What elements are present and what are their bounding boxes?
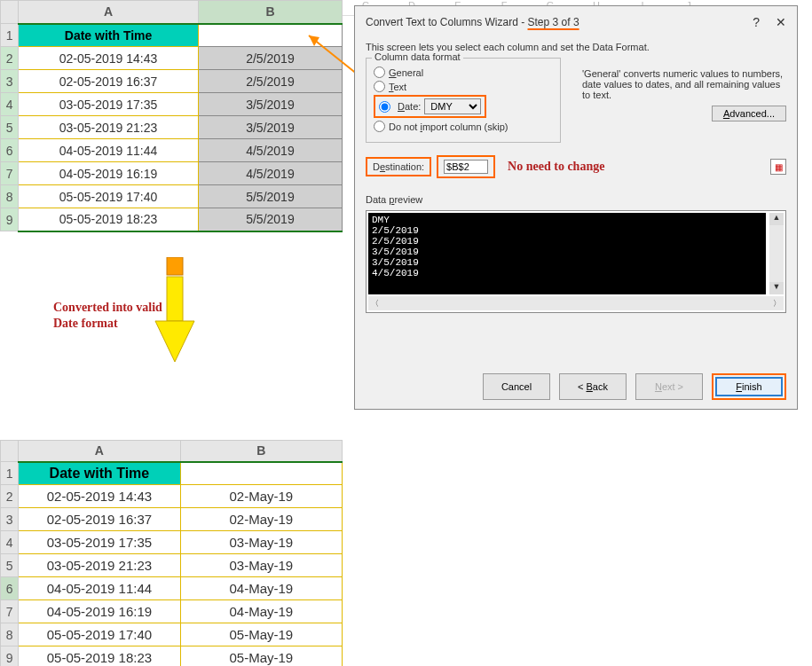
row-header[interactable]: 2 <box>1 47 19 70</box>
destination-label: Destination: <box>366 157 431 176</box>
row-header[interactable]: 6 <box>1 139 19 162</box>
row-header[interactable]: 8 <box>1 185 19 208</box>
cell[interactable]: 03-05-2019 17:35 <box>19 93 199 116</box>
preview-label: Data preview <box>366 194 786 205</box>
row-header[interactable]: 7 <box>1 162 19 185</box>
label-text[interactable]: Text <box>389 82 406 92</box>
column-data-format-group: Column data format General Text Date: DM… <box>366 58 561 143</box>
back-button[interactable]: < Back <box>559 373 627 400</box>
cell[interactable]: 5/5/2019 <box>198 208 342 231</box>
cell[interactable]: 05-05-2019 18:23 <box>19 208 199 231</box>
row-header[interactable]: 3 <box>1 508 19 531</box>
svg-rect-2 <box>167 257 183 275</box>
cell[interactable]: 03-May-19 <box>180 531 342 554</box>
cell[interactable]: 3/5/2019 <box>198 93 342 116</box>
general-description: 'General' converts numeric values to num… <box>582 68 786 121</box>
preview-row: 4/5/2019 <box>372 268 762 278</box>
vertical-scrollbar[interactable]: ▲▼ <box>769 213 784 294</box>
cell-a1-header[interactable]: Date with Time <box>19 462 180 485</box>
row-header[interactable]: 6 <box>1 577 19 600</box>
horizontal-scrollbar[interactable]: 〈〉 <box>368 296 784 310</box>
preview-column-header: DMY <box>372 215 390 225</box>
select-all-corner[interactable] <box>1 1 19 24</box>
destination-input[interactable] <box>444 160 488 174</box>
cell[interactable]: 02-05-2019 14:43 <box>19 485 180 508</box>
cell[interactable]: 03-May-19 <box>180 554 342 577</box>
worksheet-bottom[interactable]: A B 1 Date with Time 202-05-2019 14:4302… <box>0 440 343 666</box>
label-skip[interactable]: Do not import column (skip) <box>389 121 508 132</box>
cancel-button[interactable]: Cancel <box>483 373 550 400</box>
cell[interactable]: 04-05-2019 16:19 <box>19 162 199 185</box>
date-format-select[interactable]: DMY <box>424 98 481 114</box>
cell[interactable]: 05-05-2019 17:40 <box>19 623 180 646</box>
radio-text[interactable] <box>374 81 385 92</box>
cell[interactable]: 2/5/2019 <box>198 70 342 93</box>
row-header[interactable]: 1 <box>1 462 19 485</box>
row-header[interactable]: 5 <box>1 554 19 577</box>
preview-row: 3/5/2019 <box>372 257 762 268</box>
cell-b1[interactable] <box>180 462 342 485</box>
cell[interactable]: 02-May-19 <box>180 508 342 531</box>
annotation-text: Converted into valid Date format <box>53 300 162 332</box>
label-date[interactable]: Date: <box>398 101 421 112</box>
cell[interactable]: 4/5/2019 <box>198 139 342 162</box>
next-button: Next > <box>635 373 703 400</box>
cell[interactable]: 4/5/2019 <box>198 162 342 185</box>
row-header[interactable]: 9 <box>1 646 19 667</box>
cell[interactable]: 05-May-19 <box>180 623 342 646</box>
cell[interactable]: 02-05-2019 14:43 <box>19 47 199 70</box>
row-header[interactable]: 8 <box>1 623 19 646</box>
cell[interactable]: 05-May-19 <box>180 646 342 667</box>
preview-row: 2/5/2019 <box>372 236 762 247</box>
worksheet-top[interactable]: A B 1 Date with Time 202-05-2019 14:432/… <box>0 0 343 232</box>
cell[interactable]: 2/5/2019 <box>198 47 342 70</box>
row-header[interactable]: 4 <box>1 531 19 554</box>
svg-rect-3 <box>167 277 183 321</box>
cell[interactable]: 04-05-2019 11:44 <box>19 139 199 162</box>
cell[interactable]: 04-05-2019 16:19 <box>19 600 180 623</box>
cell[interactable]: 04-May-19 <box>180 577 342 600</box>
cell[interactable]: 02-05-2019 16:37 <box>19 508 180 531</box>
range-picker-icon[interactable]: ▦ <box>770 159 786 175</box>
col-header-b[interactable]: B <box>198 1 342 24</box>
radio-general[interactable] <box>374 67 385 78</box>
select-all-corner[interactable] <box>1 441 19 462</box>
close-icon[interactable]: ✕ <box>776 15 786 29</box>
fieldset-legend: Column data format <box>372 51 463 62</box>
destination-note: No need to change <box>508 160 604 174</box>
row-header[interactable]: 1 <box>1 24 19 47</box>
cell[interactable]: 03-05-2019 21:23 <box>19 116 199 139</box>
row-header[interactable]: 9 <box>1 208 19 231</box>
radio-skip[interactable] <box>374 121 385 132</box>
cell[interactable]: 02-May-19 <box>180 485 342 508</box>
col-header-a[interactable]: A <box>19 441 180 462</box>
preview-row: 3/5/2019 <box>372 247 762 257</box>
cell[interactable]: 04-05-2019 11:44 <box>19 577 180 600</box>
col-header-a[interactable]: A <box>19 1 199 24</box>
label-general[interactable]: General <box>389 67 423 78</box>
cell-b1[interactable] <box>198 24 342 47</box>
row-header[interactable]: 5 <box>1 116 19 139</box>
cell[interactable]: 05-05-2019 18:23 <box>19 646 180 667</box>
cell[interactable]: 05-05-2019 17:40 <box>19 185 199 208</box>
data-preview: DMY 2/5/2019 2/5/2019 3/5/2019 3/5/2019 … <box>366 210 786 313</box>
cell[interactable]: 03-05-2019 21:23 <box>19 554 180 577</box>
cell[interactable]: 04-May-19 <box>180 600 342 623</box>
cell[interactable]: 03-05-2019 17:35 <box>19 531 180 554</box>
row-header[interactable]: 2 <box>1 485 19 508</box>
row-header[interactable]: 4 <box>1 93 19 116</box>
finish-button[interactable]: Finish <box>715 377 783 396</box>
cell[interactable]: 02-05-2019 16:37 <box>19 70 199 93</box>
row-header[interactable]: 3 <box>1 70 19 93</box>
help-icon[interactable]: ? <box>753 15 760 29</box>
preview-row: 2/5/2019 <box>372 225 762 236</box>
cell[interactable]: 3/5/2019 <box>198 116 342 139</box>
cell[interactable]: 5/5/2019 <box>198 185 342 208</box>
text-to-columns-dialog: Convert Text to Columns Wizard - Step 3 … <box>354 5 798 410</box>
dialog-title: Convert Text to Columns Wizard - Step 3 … <box>366 16 753 28</box>
radio-date[interactable] <box>379 101 390 113</box>
advanced-button[interactable]: Advanced... <box>712 106 786 121</box>
col-header-b[interactable]: B <box>180 441 342 462</box>
cell-a1-header[interactable]: Date with Time <box>19 24 199 47</box>
row-header[interactable]: 7 <box>1 600 19 623</box>
